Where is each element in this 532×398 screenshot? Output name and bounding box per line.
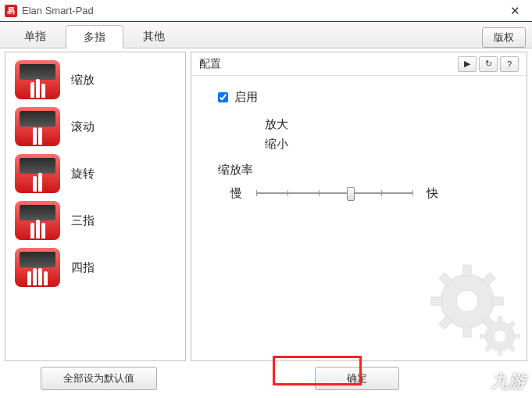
footer: 全部设为默认值 确定 <box>0 361 532 396</box>
zoom-icon <box>15 60 60 99</box>
gesture-item-scroll[interactable]: 滚动 <box>10 104 180 149</box>
svg-rect-14 <box>480 334 487 339</box>
gesture-item-four-finger[interactable]: 四指 <box>10 245 180 290</box>
ok-button[interactable]: 确定 <box>315 367 399 390</box>
zoom-rate-label: 缩放率 <box>218 163 505 177</box>
gesture-label: 四指 <box>71 260 95 275</box>
tab-multi-finger[interactable]: 多指 <box>66 25 123 48</box>
gesture-item-three-finger[interactable]: 三指 <box>10 198 180 243</box>
gesture-label: 滚动 <box>71 120 95 134</box>
svg-rect-12 <box>498 317 502 323</box>
scroll-icon <box>15 107 60 146</box>
svg-rect-13 <box>498 350 502 356</box>
play-button[interactable]: ▶ <box>458 56 477 72</box>
config-header: 配置 ▶ ↻ ? <box>191 52 527 76</box>
gears-decoration-icon <box>412 262 522 356</box>
app-icon: 易 <box>5 5 17 17</box>
three-finger-icon <box>15 201 60 240</box>
config-panel: 配置 ▶ ↻ ? 启用 放大 缩小 缩放率 慢 <box>191 52 527 361</box>
svg-point-1 <box>456 290 478 312</box>
slider-thumb[interactable] <box>347 187 355 201</box>
svg-rect-15 <box>514 334 520 339</box>
zoom-rate-slider[interactable] <box>256 185 412 201</box>
svg-rect-2 <box>463 265 471 276</box>
enable-label: 启用 <box>234 90 258 105</box>
titlebar: 易 Elan Smart-Pad ✕ <box>0 0 532 22</box>
svg-rect-3 <box>463 326 471 337</box>
gesture-label: 旋转 <box>71 167 95 181</box>
help-button[interactable]: ? <box>500 56 519 72</box>
svg-rect-5 <box>492 297 503 305</box>
svg-point-11 <box>494 330 505 342</box>
enable-checkbox-row[interactable]: 启用 <box>218 90 505 105</box>
gesture-item-zoom[interactable]: 缩放 <box>10 57 180 102</box>
svg-rect-4 <box>431 297 442 305</box>
four-finger-icon <box>15 248 60 287</box>
slow-label: 慢 <box>230 186 242 201</box>
config-title: 配置 <box>199 57 221 71</box>
copyright-button[interactable]: 版权 <box>482 27 526 48</box>
gesture-item-rotate[interactable]: 旋转 <box>10 151 180 196</box>
close-button[interactable]: ✕ <box>499 0 530 21</box>
zoom-out-label: 缩小 <box>265 137 505 152</box>
gesture-label: 三指 <box>71 213 95 228</box>
fast-label: 快 <box>427 186 438 201</box>
gesture-sidebar: 缩放 滚动 旋转 三指 <box>5 52 186 361</box>
window-title: Elan Smart-Pad <box>22 5 94 16</box>
refresh-button[interactable]: ↻ <box>479 56 498 72</box>
enable-checkbox[interactable] <box>218 92 228 102</box>
zoom-in-label: 放大 <box>265 117 505 132</box>
gesture-list[interactable]: 缩放 滚动 旋转 三指 <box>5 52 185 360</box>
reset-defaults-button[interactable]: 全部设为默认值 <box>41 367 157 390</box>
gesture-label: 缩放 <box>71 73 95 88</box>
rotate-icon <box>15 154 60 193</box>
tab-other[interactable]: 其他 <box>125 24 183 48</box>
tab-single-finger[interactable]: 单指 <box>6 24 64 48</box>
tabs-row: 单指 多指 其他 版权 <box>0 22 532 48</box>
